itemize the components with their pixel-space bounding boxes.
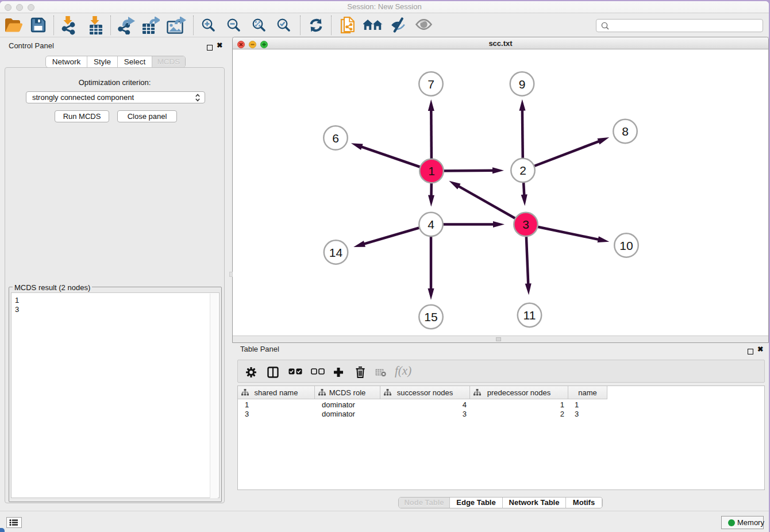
- svg-text:1: 1: [428, 164, 435, 178]
- svg-text:7: 7: [428, 78, 434, 91]
- svg-text:9: 9: [519, 78, 526, 91]
- svg-text:10: 10: [619, 239, 633, 252]
- svg-text:4: 4: [428, 218, 434, 231]
- svg-text:14: 14: [329, 246, 343, 259]
- svg-text:11: 11: [523, 309, 536, 322]
- svg-text:15: 15: [424, 310, 437, 323]
- svg-text:8: 8: [622, 125, 629, 138]
- svg-text:3: 3: [522, 218, 529, 231]
- svg-text:2: 2: [519, 164, 526, 177]
- svg-text:6: 6: [332, 132, 339, 145]
